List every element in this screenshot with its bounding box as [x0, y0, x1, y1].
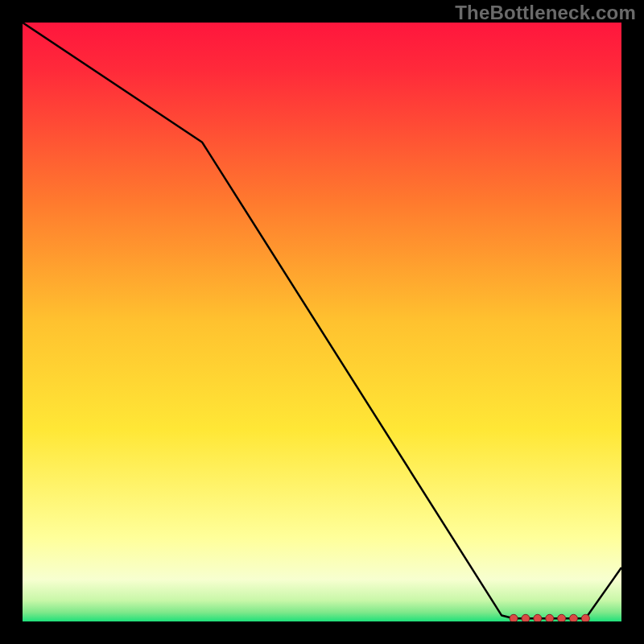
- data-marker: [546, 614, 554, 621]
- data-marker: [581, 614, 589, 621]
- data-marker: [522, 614, 530, 621]
- data-marker: [534, 614, 542, 621]
- gradient-background: [23, 23, 621, 621]
- watermark-text: TheBottleneck.com: [455, 2, 636, 24]
- data-marker: [510, 614, 518, 621]
- plot-area: [23, 23, 621, 621]
- data-marker: [558, 614, 566, 621]
- data-marker: [569, 614, 577, 621]
- chart-svg: [23, 23, 621, 621]
- chart-frame: TheBottleneck.com: [0, 0, 644, 644]
